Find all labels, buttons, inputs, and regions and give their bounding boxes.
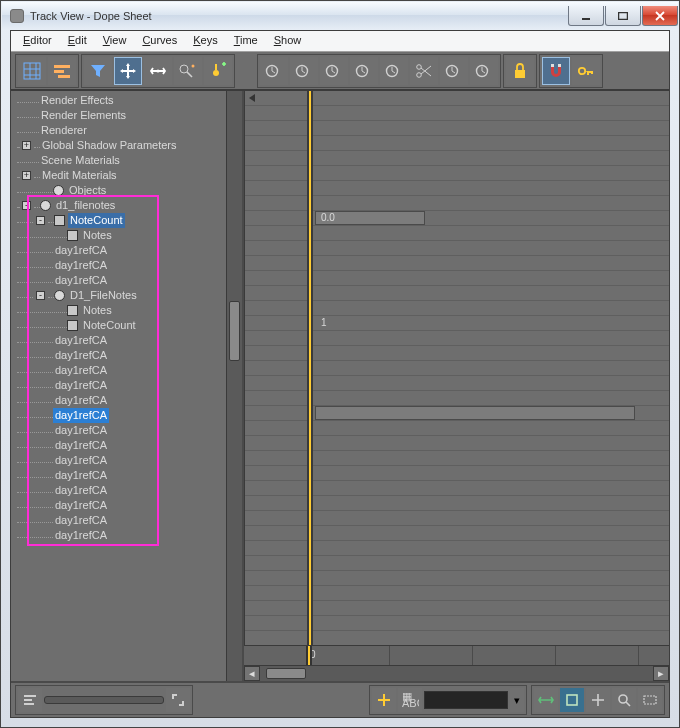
collapse-icon[interactable]: -	[36, 291, 45, 300]
pan-icon[interactable]	[586, 688, 610, 712]
menu-time[interactable]: Time	[226, 31, 266, 51]
tree-label[interactable]: Global Shadow Parameters	[40, 138, 179, 153]
time-back-icon[interactable]	[320, 57, 348, 85]
expand-icon[interactable]: +	[22, 171, 31, 180]
zoom-horiz-icon[interactable]	[534, 688, 558, 712]
filter-icon[interactable]	[84, 57, 112, 85]
tree-row[interactable]: day1refCA	[17, 258, 242, 273]
expand-icon[interactable]: +	[22, 141, 31, 150]
tree-scroll[interactable]: Render EffectsRender ElementsRenderer+Gl…	[11, 91, 242, 681]
menu-view[interactable]: View	[95, 31, 135, 51]
tree-row[interactable]: Objects	[17, 183, 242, 198]
tree-label[interactable]: Render Effects	[39, 93, 116, 108]
tree-label[interactable]: Objects	[67, 183, 108, 198]
combo-dropdown-button[interactable]: ▾	[510, 688, 524, 712]
tree-row[interactable]: day1refCA	[17, 333, 242, 348]
tree-row[interactable]: -d1_filenotes	[17, 198, 242, 213]
tree-row[interactable]: day1refCA	[17, 453, 242, 468]
tree-row[interactable]: -NoteCount	[17, 213, 242, 228]
tree-label[interactable]: day1refCA	[53, 438, 109, 453]
key-value-combo[interactable]	[424, 691, 508, 709]
abc-icon[interactable]: ▦ABC	[398, 688, 422, 712]
tree-label[interactable]: Scene Materials	[39, 153, 122, 168]
tree-row[interactable]: Render Elements	[17, 108, 242, 123]
collapse-icon[interactable]: -	[36, 216, 45, 225]
tree-label[interactable]: day1refCA	[53, 468, 109, 483]
select-by-name-icon[interactable]	[18, 688, 42, 712]
tree-label[interactable]: Medit Materials	[40, 168, 119, 183]
tree-row[interactable]: day1refCA	[17, 438, 242, 453]
tree-label[interactable]: day1refCA	[53, 348, 109, 363]
tree-row[interactable]: Render Effects	[17, 93, 242, 108]
tree-row[interactable]: day1refCA	[17, 498, 242, 513]
tree-row[interactable]: NoteCount	[17, 318, 242, 333]
zoom-region2-icon[interactable]	[638, 688, 662, 712]
tree-row[interactable]: day1refCA	[17, 348, 242, 363]
tree-label[interactable]: day1refCA	[53, 363, 109, 378]
tree-label[interactable]: Notes	[81, 303, 114, 318]
tree-label[interactable]: Renderer	[39, 123, 89, 138]
collapse-icon[interactable]: -	[22, 201, 31, 210]
cut-time-icon[interactable]	[410, 57, 438, 85]
menu-show[interactable]: Show	[266, 31, 310, 51]
zoom-icon[interactable]	[612, 688, 636, 712]
menu-curves[interactable]: Curves	[134, 31, 185, 51]
time-cursor[interactable]	[307, 91, 313, 645]
key-entry-icon[interactable]	[372, 688, 396, 712]
minimize-button[interactable]	[568, 6, 604, 26]
tree-label[interactable]: day1refCA	[53, 273, 109, 288]
key-range[interactable]	[315, 406, 635, 420]
lock-icon[interactable]	[506, 57, 534, 85]
edit-ranges-icon[interactable]	[48, 57, 76, 85]
menu-keys[interactable]: Keys	[185, 31, 225, 51]
tree-label[interactable]: day1refCA	[53, 258, 109, 273]
hscroll-right-button[interactable]: ▸	[653, 666, 669, 681]
hscroll-thumb[interactable]	[266, 668, 306, 679]
nav-slider[interactable]	[44, 696, 164, 704]
time-fwd-icon[interactable]	[350, 57, 378, 85]
snap-icon[interactable]	[260, 57, 288, 85]
tree-label[interactable]: day1refCA	[53, 513, 109, 528]
tree-row[interactable]: +Medit Materials	[17, 168, 242, 183]
tree-label[interactable]: day1refCA	[53, 243, 109, 258]
tree-row[interactable]: day1refCA	[17, 423, 242, 438]
copy-time-icon[interactable]	[440, 57, 468, 85]
tree-row[interactable]: day1refCA	[17, 378, 242, 393]
tree-row[interactable]: day1refCA	[17, 468, 242, 483]
tree-row[interactable]: Notes	[17, 303, 242, 318]
tree-row[interactable]: Renderer	[17, 123, 242, 138]
move-icon[interactable]	[114, 57, 142, 85]
dope-sheet-grid[interactable]: 0.01	[244, 91, 669, 645]
slide-icon[interactable]	[144, 57, 172, 85]
tree-label[interactable]: day1refCA	[53, 423, 109, 438]
tree-label[interactable]: day1refCA	[53, 483, 109, 498]
maximize-button[interactable]	[605, 6, 641, 26]
tree-label[interactable]: d1_filenotes	[54, 198, 117, 213]
titlebar[interactable]: Track View - Dope Sheet	[2, 2, 678, 30]
tree-row[interactable]: day1refCA	[17, 273, 242, 288]
add-key-icon[interactable]	[204, 57, 232, 85]
scale-icon[interactable]	[174, 57, 202, 85]
tree-row[interactable]: +Global Shadow Parameters	[17, 138, 242, 153]
tree-row[interactable]: day1refCA	[17, 408, 242, 423]
tree-row[interactable]: Scene Materials	[17, 153, 242, 168]
tree-label[interactable]: NoteCount	[81, 318, 138, 333]
tree-vscrollbar[interactable]	[226, 91, 242, 681]
tree-label[interactable]: Notes	[81, 228, 114, 243]
tree-label[interactable]: day1refCA	[53, 498, 109, 513]
ruler-cursor[interactable]	[306, 646, 312, 665]
tree-label[interactable]: day1refCA	[53, 393, 109, 408]
magnet-icon[interactable]	[542, 57, 570, 85]
tree-label[interactable]: day1refCA	[53, 378, 109, 393]
paste-time-icon[interactable]	[470, 57, 498, 85]
tree-row[interactable]: -D1_FileNotes	[17, 288, 242, 303]
edit-keys-icon[interactable]	[18, 57, 46, 85]
hscroll-track[interactable]	[260, 666, 653, 681]
tree-row[interactable]: day1refCA	[17, 528, 242, 543]
tree-row[interactable]: day1refCA	[17, 513, 242, 528]
tree-row[interactable]: day1refCA	[17, 483, 242, 498]
tree-row[interactable]: day1refCA	[17, 243, 242, 258]
sheet-hscrollbar[interactable]: ◂ ▸	[244, 665, 669, 681]
menu-edit[interactable]: Edit	[60, 31, 95, 51]
time-reverse-icon[interactable]	[380, 57, 408, 85]
